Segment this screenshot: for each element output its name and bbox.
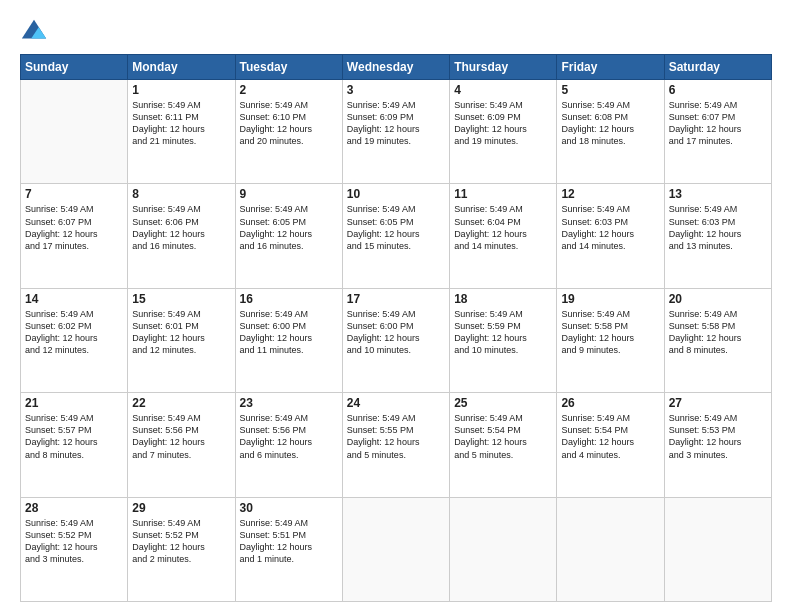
cell-text: Sunrise: 5:49 AM Sunset: 6:06 PM Dayligh… — [132, 203, 230, 252]
cell-text: Sunrise: 5:49 AM Sunset: 5:54 PM Dayligh… — [454, 412, 552, 461]
day-number: 14 — [25, 292, 123, 306]
day-number: 29 — [132, 501, 230, 515]
cell-text: Sunrise: 5:49 AM Sunset: 5:57 PM Dayligh… — [25, 412, 123, 461]
cell-text: Sunrise: 5:49 AM Sunset: 5:56 PM Dayligh… — [132, 412, 230, 461]
cell-text: Sunrise: 5:49 AM Sunset: 6:04 PM Dayligh… — [454, 203, 552, 252]
weekday-header-sunday: Sunday — [21, 55, 128, 80]
cell-text: Sunrise: 5:49 AM Sunset: 6:07 PM Dayligh… — [25, 203, 123, 252]
calendar-cell: 7Sunrise: 5:49 AM Sunset: 6:07 PM Daylig… — [21, 184, 128, 288]
cell-text: Sunrise: 5:49 AM Sunset: 6:09 PM Dayligh… — [347, 99, 445, 148]
calendar-row-0: 1Sunrise: 5:49 AM Sunset: 6:11 PM Daylig… — [21, 80, 772, 184]
day-number: 27 — [669, 396, 767, 410]
day-number: 4 — [454, 83, 552, 97]
calendar-cell: 19Sunrise: 5:49 AM Sunset: 5:58 PM Dayli… — [557, 288, 664, 392]
day-number: 30 — [240, 501, 338, 515]
cell-text: Sunrise: 5:49 AM Sunset: 6:02 PM Dayligh… — [25, 308, 123, 357]
day-number: 2 — [240, 83, 338, 97]
cell-text: Sunrise: 5:49 AM Sunset: 6:05 PM Dayligh… — [347, 203, 445, 252]
cell-text: Sunrise: 5:49 AM Sunset: 6:03 PM Dayligh… — [561, 203, 659, 252]
day-number: 7 — [25, 187, 123, 201]
calendar-cell: 11Sunrise: 5:49 AM Sunset: 6:04 PM Dayli… — [450, 184, 557, 288]
cell-text: Sunrise: 5:49 AM Sunset: 5:53 PM Dayligh… — [669, 412, 767, 461]
day-number: 16 — [240, 292, 338, 306]
day-number: 26 — [561, 396, 659, 410]
calendar-cell: 17Sunrise: 5:49 AM Sunset: 6:00 PM Dayli… — [342, 288, 449, 392]
weekday-header-tuesday: Tuesday — [235, 55, 342, 80]
day-number: 20 — [669, 292, 767, 306]
logo-icon — [20, 18, 48, 46]
calendar-cell: 15Sunrise: 5:49 AM Sunset: 6:01 PM Dayli… — [128, 288, 235, 392]
logo — [20, 18, 52, 46]
cell-text: Sunrise: 5:49 AM Sunset: 5:58 PM Dayligh… — [669, 308, 767, 357]
day-number: 15 — [132, 292, 230, 306]
day-number: 17 — [347, 292, 445, 306]
cell-text: Sunrise: 5:49 AM Sunset: 5:56 PM Dayligh… — [240, 412, 338, 461]
calendar-cell: 26Sunrise: 5:49 AM Sunset: 5:54 PM Dayli… — [557, 393, 664, 497]
weekday-header-saturday: Saturday — [664, 55, 771, 80]
cell-text: Sunrise: 5:49 AM Sunset: 5:51 PM Dayligh… — [240, 517, 338, 566]
calendar-cell: 8Sunrise: 5:49 AM Sunset: 6:06 PM Daylig… — [128, 184, 235, 288]
cell-text: Sunrise: 5:49 AM Sunset: 5:55 PM Dayligh… — [347, 412, 445, 461]
cell-text: Sunrise: 5:49 AM Sunset: 5:54 PM Dayligh… — [561, 412, 659, 461]
day-number: 24 — [347, 396, 445, 410]
weekday-header-row: SundayMondayTuesdayWednesdayThursdayFrid… — [21, 55, 772, 80]
day-number: 9 — [240, 187, 338, 201]
day-number: 13 — [669, 187, 767, 201]
calendar-cell: 6Sunrise: 5:49 AM Sunset: 6:07 PM Daylig… — [664, 80, 771, 184]
day-number: 12 — [561, 187, 659, 201]
cell-text: Sunrise: 5:49 AM Sunset: 6:01 PM Dayligh… — [132, 308, 230, 357]
cell-text: Sunrise: 5:49 AM Sunset: 6:03 PM Dayligh… — [669, 203, 767, 252]
cell-text: Sunrise: 5:49 AM Sunset: 6:09 PM Dayligh… — [454, 99, 552, 148]
cell-text: Sunrise: 5:49 AM Sunset: 5:59 PM Dayligh… — [454, 308, 552, 357]
day-number: 3 — [347, 83, 445, 97]
calendar-cell: 12Sunrise: 5:49 AM Sunset: 6:03 PM Dayli… — [557, 184, 664, 288]
day-number: 28 — [25, 501, 123, 515]
weekday-header-friday: Friday — [557, 55, 664, 80]
weekday-header-monday: Monday — [128, 55, 235, 80]
cell-text: Sunrise: 5:49 AM Sunset: 6:00 PM Dayligh… — [347, 308, 445, 357]
calendar-cell: 23Sunrise: 5:49 AM Sunset: 5:56 PM Dayli… — [235, 393, 342, 497]
cell-text: Sunrise: 5:49 AM Sunset: 5:52 PM Dayligh… — [25, 517, 123, 566]
calendar-cell: 13Sunrise: 5:49 AM Sunset: 6:03 PM Dayli… — [664, 184, 771, 288]
day-number: 1 — [132, 83, 230, 97]
cell-text: Sunrise: 5:49 AM Sunset: 6:10 PM Dayligh… — [240, 99, 338, 148]
calendar-cell: 9Sunrise: 5:49 AM Sunset: 6:05 PM Daylig… — [235, 184, 342, 288]
day-number: 23 — [240, 396, 338, 410]
cell-text: Sunrise: 5:49 AM Sunset: 6:00 PM Dayligh… — [240, 308, 338, 357]
page: SundayMondayTuesdayWednesdayThursdayFrid… — [0, 0, 792, 612]
day-number: 5 — [561, 83, 659, 97]
cell-text: Sunrise: 5:49 AM Sunset: 6:08 PM Dayligh… — [561, 99, 659, 148]
calendar-cell: 27Sunrise: 5:49 AM Sunset: 5:53 PM Dayli… — [664, 393, 771, 497]
day-number: 10 — [347, 187, 445, 201]
cell-text: Sunrise: 5:49 AM Sunset: 6:07 PM Dayligh… — [669, 99, 767, 148]
calendar-cell — [664, 497, 771, 601]
calendar-cell: 29Sunrise: 5:49 AM Sunset: 5:52 PM Dayli… — [128, 497, 235, 601]
day-number: 19 — [561, 292, 659, 306]
calendar-cell: 1Sunrise: 5:49 AM Sunset: 6:11 PM Daylig… — [128, 80, 235, 184]
cell-text: Sunrise: 5:49 AM Sunset: 5:58 PM Dayligh… — [561, 308, 659, 357]
calendar-row-2: 14Sunrise: 5:49 AM Sunset: 6:02 PM Dayli… — [21, 288, 772, 392]
calendar-cell: 14Sunrise: 5:49 AM Sunset: 6:02 PM Dayli… — [21, 288, 128, 392]
calendar-row-1: 7Sunrise: 5:49 AM Sunset: 6:07 PM Daylig… — [21, 184, 772, 288]
calendar-cell: 5Sunrise: 5:49 AM Sunset: 6:08 PM Daylig… — [557, 80, 664, 184]
day-number: 18 — [454, 292, 552, 306]
day-number: 25 — [454, 396, 552, 410]
calendar-row-4: 28Sunrise: 5:49 AM Sunset: 5:52 PM Dayli… — [21, 497, 772, 601]
calendar-row-3: 21Sunrise: 5:49 AM Sunset: 5:57 PM Dayli… — [21, 393, 772, 497]
calendar-cell — [342, 497, 449, 601]
calendar-cell: 16Sunrise: 5:49 AM Sunset: 6:00 PM Dayli… — [235, 288, 342, 392]
calendar-table: SundayMondayTuesdayWednesdayThursdayFrid… — [20, 54, 772, 602]
cell-text: Sunrise: 5:49 AM Sunset: 6:11 PM Dayligh… — [132, 99, 230, 148]
calendar-cell: 25Sunrise: 5:49 AM Sunset: 5:54 PM Dayli… — [450, 393, 557, 497]
calendar-cell: 3Sunrise: 5:49 AM Sunset: 6:09 PM Daylig… — [342, 80, 449, 184]
cell-text: Sunrise: 5:49 AM Sunset: 5:52 PM Dayligh… — [132, 517, 230, 566]
header — [20, 18, 772, 46]
cell-text: Sunrise: 5:49 AM Sunset: 6:05 PM Dayligh… — [240, 203, 338, 252]
day-number: 8 — [132, 187, 230, 201]
calendar-cell: 30Sunrise: 5:49 AM Sunset: 5:51 PM Dayli… — [235, 497, 342, 601]
calendar-cell — [450, 497, 557, 601]
calendar-cell: 4Sunrise: 5:49 AM Sunset: 6:09 PM Daylig… — [450, 80, 557, 184]
calendar-cell: 20Sunrise: 5:49 AM Sunset: 5:58 PM Dayli… — [664, 288, 771, 392]
calendar-cell: 28Sunrise: 5:49 AM Sunset: 5:52 PM Dayli… — [21, 497, 128, 601]
weekday-header-thursday: Thursday — [450, 55, 557, 80]
